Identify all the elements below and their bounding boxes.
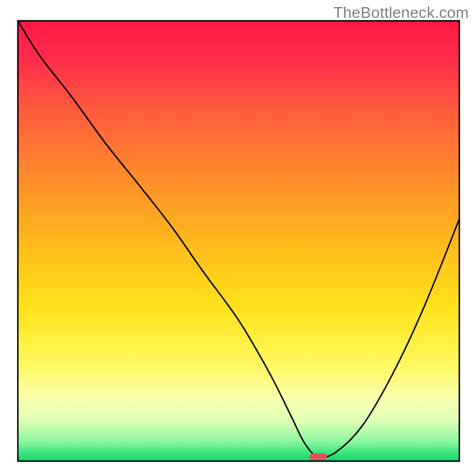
plot-background: [18, 21, 459, 461]
chart-stage: TheBottleneck.com: [0, 0, 476, 476]
optimal-point-marker: [309, 453, 327, 461]
bottleneck-chart: [0, 0, 476, 476]
watermark-text: TheBottleneck.com: [333, 4, 469, 22]
